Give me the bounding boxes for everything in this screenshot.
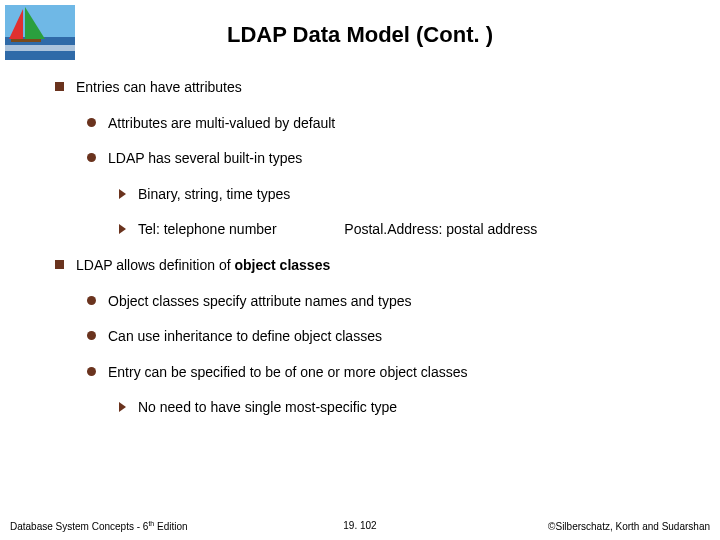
bullet-lvl3: Tel: telephone number Postal.Address: po…: [119, 220, 690, 240]
logo-image: [5, 5, 75, 60]
bullet-text: No need to have single most-specific typ…: [138, 398, 690, 418]
slide-content: Entries can have attributes Attributes a…: [0, 58, 720, 418]
footer-text: Database System Concepts - 6: [10, 521, 148, 532]
footer-right: ©Silberschatz, Korth and Sudarshan: [548, 521, 710, 532]
triangle-bullet-icon: [119, 402, 126, 412]
triangle-bullet-icon: [119, 189, 126, 199]
bold-term: object classes: [235, 257, 331, 273]
bullet-lvl2: Attributes are multi-valued by default: [87, 114, 690, 134]
slide-title: LDAP Data Model (Cont. ): [0, 0, 720, 58]
footer-left: Database System Concepts - 6th Edition: [10, 520, 188, 532]
square-bullet-icon: [55, 82, 64, 91]
sailboat-icon: [5, 5, 75, 60]
bullet-text: Entry can be specified to be of one or m…: [108, 363, 690, 383]
bullet-lvl3: No need to have single most-specific typ…: [119, 398, 690, 418]
bullet-text: Object classes specify attribute names a…: [108, 292, 690, 312]
bullet-lvl2: Entry can be specified to be of one or m…: [87, 363, 690, 383]
disc-bullet-icon: [87, 153, 96, 162]
bullet-text: Attributes are multi-valued by default: [108, 114, 690, 134]
text-span: Postal.Address: postal address: [344, 221, 537, 237]
disc-bullet-icon: [87, 118, 96, 127]
bullet-text: Tel: telephone number Postal.Address: po…: [138, 220, 690, 240]
bullet-text: LDAP has several built-in types: [108, 149, 690, 169]
bullet-text: Can use inheritance to define object cla…: [108, 327, 690, 347]
disc-bullet-icon: [87, 331, 96, 340]
bullet-lvl2: Object classes specify attribute names a…: [87, 292, 690, 312]
disc-bullet-icon: [87, 296, 96, 305]
bullet-lvl3: Binary, string, time types: [119, 185, 690, 205]
disc-bullet-icon: [87, 367, 96, 376]
svg-rect-4: [11, 39, 41, 42]
triangle-bullet-icon: [119, 224, 126, 234]
bullet-lvl1: Entries can have attributes: [55, 78, 690, 98]
bullet-lvl2: LDAP has several built-in types: [87, 149, 690, 169]
footer-text: Edition: [154, 521, 187, 532]
bullet-text: Entries can have attributes: [76, 78, 690, 98]
svg-rect-5: [5, 45, 75, 51]
bullet-lvl2: Can use inheritance to define object cla…: [87, 327, 690, 347]
text-span: Tel: telephone number: [138, 221, 277, 237]
footer-center: 19. 102: [343, 520, 376, 531]
slide-footer: Database System Concepts - 6th Edition 1…: [0, 520, 720, 532]
text-span: LDAP allows definition of: [76, 257, 235, 273]
bullet-lvl1: LDAP allows definition of object classes: [55, 256, 690, 276]
bullet-text: LDAP allows definition of object classes: [76, 256, 690, 276]
square-bullet-icon: [55, 260, 64, 269]
bullet-text: Binary, string, time types: [138, 185, 690, 205]
